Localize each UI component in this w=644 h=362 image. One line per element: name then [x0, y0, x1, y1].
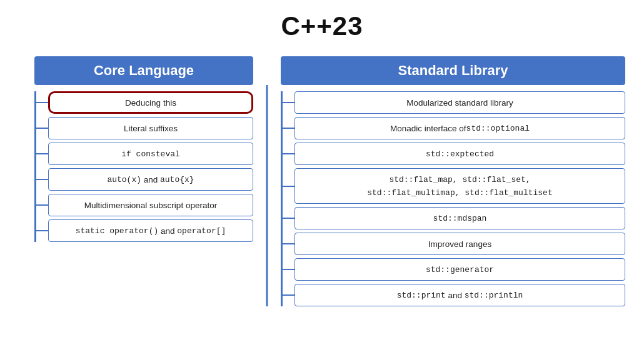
list-item: Deducing this — [34, 91, 253, 114]
right-list: Modularized standard library Monadic int… — [281, 91, 625, 306]
right-item-modularized: Modularized standard library — [294, 91, 625, 114]
left-item-if-consteval: if consteval — [48, 143, 253, 165]
right-hbar-5 — [281, 218, 294, 219]
list-item: Literal suffixes — [34, 117, 253, 139]
list-item: Improved ranges — [281, 233, 625, 255]
right-hbar-4 — [281, 186, 294, 187]
flat-line2: std::flat_multimap, std::flat_multiset — [367, 186, 552, 199]
left-hbar-3 — [34, 153, 48, 154]
left-item-auto-x: auto(x) and auto{x} — [48, 168, 253, 191]
left-hbar-5 — [34, 204, 48, 206]
right-item-generator: std::generator — [294, 258, 625, 281]
left-item-deducing-this: Deducing this — [48, 91, 253, 114]
list-item: if consteval — [34, 143, 253, 165]
left-hbar-2 — [34, 128, 48, 129]
list-item: static operator() and operator[] — [34, 219, 253, 242]
left-column: Core Language Deducing this Literal suff… — [34, 56, 253, 242]
list-item: std::exptected — [281, 143, 625, 165]
flat-line1: std::flat_map, std::flat_set, — [389, 173, 530, 186]
middle-connector — [253, 85, 281, 306]
list-item: Modularized standard library — [281, 91, 625, 114]
left-column-header: Core Language — [34, 56, 253, 85]
list-item: std::flat_map, std::flat_set, std::flat_… — [281, 168, 625, 204]
right-item-expected: std::exptected — [294, 143, 625, 165]
right-hbar-7 — [281, 269, 294, 270]
right-item-mdspan: std::mdspan — [294, 207, 625, 229]
right-item-monadic: Monadic interface of std::optional — [294, 117, 625, 139]
left-hbar-6 — [34, 230, 48, 231]
right-column-header: Standard Library — [281, 56, 625, 85]
right-item-ranges: Improved ranges — [294, 233, 625, 255]
left-item-literal-suffixes: Literal suffixes — [48, 117, 253, 139]
left-item-multidimensional: Multidimensional subscript operator — [48, 194, 253, 216]
left-hbar-1 — [34, 102, 48, 103]
right-hbar-8 — [281, 294, 294, 296]
page-title: C++23 — [0, 0, 644, 53]
list-item: auto(x) and auto{x} — [34, 168, 253, 191]
left-hbar-4 — [34, 179, 48, 180]
list-item: Monadic interface of std::optional — [281, 117, 625, 139]
right-column: Standard Library Modularized standard li… — [281, 56, 625, 306]
right-hbar-3 — [281, 153, 294, 154]
list-item: Multidimensional subscript operator — [34, 194, 253, 216]
right-hbar-1 — [281, 102, 294, 103]
list-item: std::mdspan — [281, 207, 625, 229]
right-hbar-2 — [281, 128, 294, 129]
right-item-flat: std::flat_map, std::flat_set, std::flat_… — [294, 168, 625, 204]
list-item: std::generator — [281, 258, 625, 281]
left-item-static-operator: static operator() and operator[] — [48, 219, 253, 242]
right-hbar-6 — [281, 243, 294, 244]
list-item: std::print and std::println — [281, 284, 625, 306]
left-list: Deducing this Literal suffixes if conste… — [34, 91, 253, 242]
right-item-print: std::print and std::println — [294, 284, 625, 306]
middle-vertical-bar — [266, 85, 268, 306]
